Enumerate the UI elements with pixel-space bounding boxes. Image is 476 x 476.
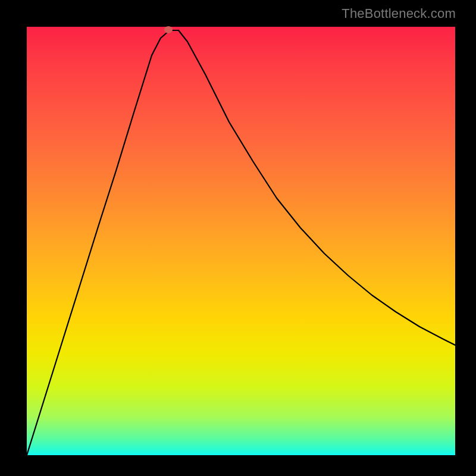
- minimum-marker: [164, 26, 173, 33]
- chart-frame: TheBottleneck.com: [0, 0, 476, 476]
- watermark-text: TheBottleneck.com: [342, 6, 456, 21]
- plot-area: [27, 27, 455, 455]
- bottleneck-curve: [27, 27, 455, 455]
